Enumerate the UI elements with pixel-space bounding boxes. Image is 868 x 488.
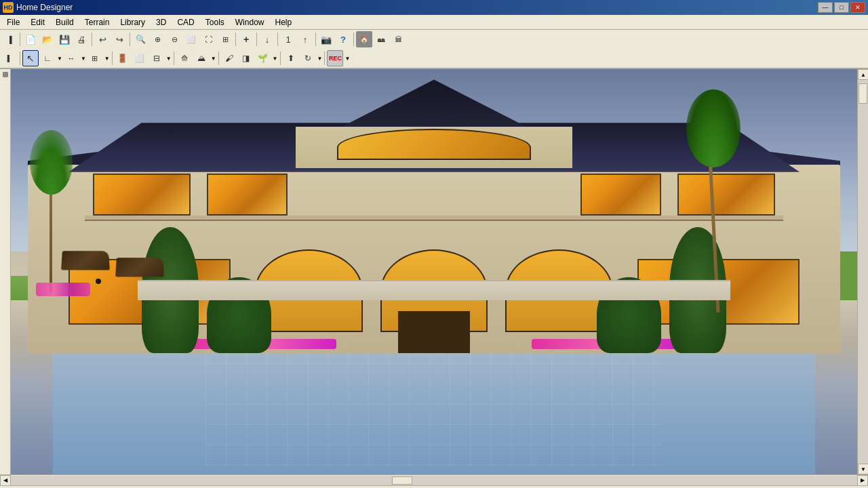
menu-build[interactable]: Build [50, 15, 79, 29]
plant-button[interactable]: 🌱 [255, 50, 271, 66]
sep1 [20, 33, 20, 46]
viewport[interactable] [11, 69, 857, 474]
scroll-right-arrow[interactable]: ▶ [857, 475, 868, 486]
draw-wall-dropdown[interactable]: ▼ [57, 56, 62, 62]
sep7 [315, 33, 316, 46]
rec-dropdown[interactable]: ▼ [344, 56, 350, 62]
material-button[interactable]: ◨ [238, 50, 254, 66]
panel-small[interactable]: ▌ [1, 50, 18, 66]
app-title: Home Designer [16, 3, 818, 12]
main-door [398, 311, 469, 352]
left-panel-indicator [3, 72, 8, 77]
room-button[interactable]: ⊟ [149, 50, 165, 66]
view-exterior-button[interactable]: 🏠 [356, 31, 372, 47]
sep5 [256, 33, 257, 46]
main-area: ▲ ▼ [0, 69, 868, 474]
upper-window-3 [580, 174, 662, 215]
rotate-button[interactable]: ↻ [300, 50, 316, 66]
select-tool-button[interactable]: ↖ [22, 50, 39, 66]
menu-terrain[interactable]: Terrain [79, 15, 115, 29]
zoom-out-button[interactable]: ⊖ [166, 31, 182, 47]
menu-help[interactable]: Help [269, 15, 297, 29]
grid-dropdown[interactable]: ▼ [104, 56, 110, 62]
sep8 [353, 33, 354, 46]
chair-wheel [96, 279, 101, 284]
bottom-scrollbar: ◀ ▶ [0, 474, 868, 485]
maximize-button[interactable]: □ [834, 2, 849, 13]
sep3 [130, 33, 130, 46]
toolbar-row-2: ▌ ↖ ∟ ▼ ↔ ▼ ⊞ ▼ 🚪 ⬜ ⊟ ▼ ⟰ ⛰ ▼ 🖌 ◨ 🌱 ▼ ⬆ … [0, 49, 868, 68]
center-tower-body [296, 127, 572, 168]
arched-window-center [337, 129, 530, 160]
view-3d-button[interactable]: 🏛 [390, 31, 406, 47]
scroll-track-vertical[interactable] [858, 80, 868, 464]
num1-button[interactable]: 1 [280, 31, 296, 47]
redo-button[interactable]: ↪ [111, 31, 127, 47]
balcony-rail [85, 216, 783, 221]
terrain-dropdown[interactable]: ▼ [211, 56, 216, 62]
door-button[interactable]: 🚪 [115, 50, 131, 66]
dimension-dropdown[interactable]: ▼ [81, 56, 86, 62]
scroll-down-arrow[interactable]: ▼ [858, 464, 868, 474]
dimension-button[interactable]: ↔ [63, 50, 79, 66]
scroll-up-arrow[interactable]: ▲ [858, 69, 868, 80]
camera-button[interactable]: 📷 [318, 31, 334, 47]
view-plan-button[interactable]: 🏘 [373, 31, 389, 47]
minimize-button[interactable]: — [818, 2, 833, 13]
sep12 [218, 52, 219, 65]
toolbar-area: ▐ 📄 📂 💾 🖨 ↩ ↪ 🔍 ⊕ ⊖ ⬜ ⛶ ⊞ + ↓ 1 ↑ 📷 ? 🏠 … [0, 30, 868, 69]
plant-dropdown[interactable]: ▼ [273, 56, 278, 62]
arrow-down-button[interactable]: ↓ [259, 31, 275, 47]
menu-window[interactable]: Window [230, 15, 270, 29]
house-render [11, 69, 857, 474]
terrain-button[interactable]: ⛰ [193, 50, 210, 66]
save-button[interactable]: 💾 [56, 31, 73, 47]
window-controls: — □ ✕ [818, 2, 865, 13]
sidebar-toggle[interactable]: ▐ [1, 31, 18, 47]
sep4 [235, 33, 236, 46]
scroll-thumb-horizontal[interactable] [392, 476, 412, 485]
sep14 [324, 52, 325, 65]
zoom-in-button[interactable]: ⊕ [149, 31, 165, 47]
new-button[interactable]: 📄 [22, 31, 39, 47]
sep10 [112, 52, 113, 65]
scroll-left-arrow[interactable]: ◀ [0, 475, 11, 486]
scroll-track-horizontal[interactable] [11, 476, 857, 485]
draw-wall-button[interactable]: ∟ [39, 50, 56, 66]
flower-area-left [36, 283, 90, 296]
room-dropdown[interactable]: ▼ [166, 56, 172, 62]
stairs-button[interactable]: ⟰ [176, 50, 193, 66]
paint-button[interactable]: 🖌 [221, 50, 237, 66]
menu-tools[interactable]: Tools [200, 15, 230, 29]
help-button[interactable]: ? [335, 31, 351, 47]
fit-page-button[interactable]: ⊞ [217, 31, 233, 47]
select-box-button[interactable]: ⬜ [183, 31, 199, 47]
open-button[interactable]: 📂 [39, 31, 56, 47]
lounge-chairs [62, 250, 170, 284]
print-button[interactable]: 🖨 [73, 31, 90, 47]
move-button[interactable]: ⬆ [283, 50, 299, 66]
sep9 [20, 52, 20, 65]
undo-button[interactable]: ↩ [94, 31, 111, 47]
sep11 [174, 52, 174, 65]
record-button[interactable]: REC [327, 50, 343, 66]
left-panel [0, 69, 11, 474]
menu-edit[interactable]: Edit [25, 15, 50, 29]
fullscreen-button[interactable]: ⛶ [200, 31, 216, 47]
scroll-thumb-vertical[interactable] [859, 83, 867, 104]
menu-3d[interactable]: 3D [151, 15, 172, 29]
sep6 [277, 33, 278, 46]
arrow-up-button[interactable]: ↑ [297, 31, 313, 47]
add-button[interactable]: + [238, 31, 254, 47]
search-button[interactable]: 🔍 [132, 31, 149, 47]
grid-button[interactable]: ⊞ [87, 50, 103, 66]
menu-cad[interactable]: CAD [172, 15, 199, 29]
menu-library[interactable]: Library [115, 15, 151, 29]
menu-file[interactable]: File [1, 15, 25, 29]
window-tool-button[interactable]: ⬜ [132, 50, 148, 66]
close-button[interactable]: ✕ [850, 2, 865, 13]
rotate-dropdown[interactable]: ▼ [317, 56, 323, 62]
entrance-area [255, 249, 612, 353]
sep13 [280, 52, 281, 65]
palm-fronds [686, 89, 741, 167]
